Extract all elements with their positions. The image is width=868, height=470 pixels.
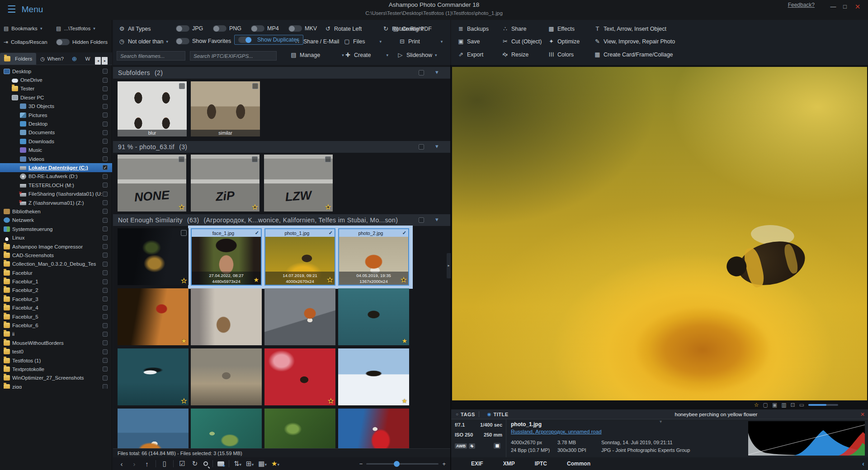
sort-button[interactable]: ⇅▾ (234, 460, 241, 468)
backups-button[interactable]: ≣Backups (458, 25, 489, 32)
tree-item-checkbox[interactable] (103, 235, 108, 240)
favorite-star-icon[interactable]: ☆ (754, 402, 759, 408)
tabs-scroll-left[interactable]: ◂ (95, 57, 101, 65)
tree-item-checkbox[interactable] (103, 86, 108, 91)
tree-item[interactable]: Z (\\ashsrvwuma01) (Z:) (0, 198, 112, 207)
tab-when[interactable]: ◷ When? (36, 53, 67, 65)
create-button[interactable]: ✚Create▾ (344, 52, 388, 58)
tree-item[interactable]: TESTERLOCH (M:) (0, 181, 112, 189)
thumb-checkbox[interactable] (179, 83, 185, 89)
show-favorites-switch[interactable] (176, 38, 189, 44)
search-filenames-input[interactable] (117, 51, 185, 61)
tree-item[interactable]: Downloads (0, 137, 112, 146)
tree-item[interactable]: Faceblur_6 (0, 321, 112, 329)
tree-item[interactable]: Netzwerk (0, 216, 112, 225)
tree-item-checkbox[interactable] (103, 95, 108, 100)
photo-thumb[interactable]: ★ (264, 348, 335, 405)
tree-item[interactable]: Faceblur_5 (0, 312, 112, 321)
zoom-knob[interactable] (394, 461, 400, 467)
all-types-button[interactable]: ⚙ All Types ▾ (118, 25, 179, 32)
photo-thumb[interactable]: ★ (118, 228, 189, 285)
tree-item[interactable]: Systemsteuerung (0, 225, 112, 233)
tree-item[interactable]: WinOptimizer_27_Screenshots (0, 374, 112, 382)
tree-item[interactable]: Testfotos (1) (0, 356, 112, 365)
title-label[interactable]: TITLE (494, 412, 509, 417)
section-collapse-chevron[interactable]: ▾ (435, 69, 439, 75)
tree-item-checkbox[interactable] (103, 69, 108, 74)
print-button[interactable]: ⊟Print▾ (399, 38, 443, 45)
view-improve-repair-photo-button[interactable]: ✎View, Improve, Repair Photo (594, 38, 675, 45)
photo-thumb[interactable] (191, 348, 262, 405)
section-checkbox[interactable] (419, 144, 424, 150)
tree-item-checkbox[interactable] (103, 332, 108, 337)
favorite-star-icon[interactable]: ★ (253, 277, 259, 283)
thumbnail-zoom-slider[interactable]: − + (359, 461, 446, 467)
favorite-star-icon[interactable]: ★ (328, 397, 334, 404)
tree-item[interactable]: Faceblur_2 (0, 286, 112, 295)
slideshow-button[interactable]: ▷Slideshow▾ (397, 52, 437, 58)
grid-view-button[interactable]: ⊞▾ (246, 460, 254, 468)
location-link[interactable]: Russland, Агрогородок, unnamed road (511, 429, 750, 434)
favorite-star-icon[interactable]: ★ (181, 337, 187, 344)
save-button[interactable]: ▣Save (458, 38, 480, 45)
show-favorites-toggle[interactable]: Show Favorites (176, 38, 231, 44)
photo-thumb[interactable]: ★ (338, 348, 409, 405)
tree-item[interactable]: test0 (0, 348, 112, 356)
hidden-folders-switch[interactable] (56, 39, 70, 45)
tree-item-checkbox[interactable] (103, 192, 108, 197)
tree-item-checkbox[interactable] (103, 262, 108, 267)
tree-item-checkbox[interactable] (103, 349, 108, 354)
up-button[interactable]: ↑ (143, 460, 151, 468)
photo-thumb-selected[interactable]: photo_2.jpg✓04.05.2019, 19:351367x2000x2… (338, 228, 409, 286)
optimize-button[interactable]: ✦Optimize (548, 38, 580, 45)
tree-item-checkbox[interactable] (103, 156, 108, 161)
tree-item[interactable]: Linux (0, 233, 112, 242)
tree-item[interactable]: BD-RE-Laufwerk (D:) (0, 172, 112, 181)
photo-thumb[interactable]: ★ (118, 348, 189, 405)
tree-item[interactable]: Faceblur_3 (0, 295, 112, 303)
tags-radio[interactable]: ○ (456, 412, 458, 417)
tree-item-checkbox[interactable] (103, 218, 108, 223)
refresh-button[interactable]: ↻ (191, 460, 199, 468)
tree-item[interactable]: Faceblur_1 (0, 277, 112, 286)
tree-item-checkbox[interactable] (103, 200, 108, 205)
tab-cut[interactable]: W (81, 53, 94, 65)
tree-item[interactable]: 3D Objects (0, 102, 112, 111)
subfolder-thumb[interactable]: blur (118, 81, 187, 136)
tree-item[interactable]: MouseWithoutBorders (0, 338, 112, 347)
tree-item[interactable]: Videos (0, 155, 112, 163)
collapse-rescan-button[interactable]: ⇥ Collaps/Rescan (4, 39, 47, 45)
tree-item-checkbox[interactable] (103, 306, 108, 310)
jpg-switch[interactable] (176, 25, 189, 32)
tab-folders[interactable]: Folders (0, 53, 36, 65)
tree-item-checkbox[interactable] (103, 279, 108, 284)
zoom-track[interactable] (366, 463, 439, 465)
tree-item[interactable]: Collection_Man_0.3.2.0_Debug_Tes (0, 260, 112, 268)
resize-button[interactable]: ⇄Resize (502, 51, 528, 58)
fullscreen-icon[interactable]: ⊡ (791, 402, 795, 408)
create-card-frame-collage-button[interactable]: ▦Create Card/Frame/Collage (594, 51, 673, 58)
close-button[interactable]: ✕ (853, 2, 863, 11)
tree-item[interactable]: Lokaler Datenträger (C:)✓ (0, 163, 112, 172)
show-duplicates-toggle[interactable]: Show Duplicates (234, 35, 303, 45)
tiff-thumb[interactable]: ZiP★ (191, 155, 259, 212)
search-iptc-input[interactable] (190, 51, 277, 61)
tree-item-checkbox[interactable] (103, 130, 108, 135)
tree-item-checkbox[interactable] (103, 270, 108, 275)
section-similarity[interactable]: Not Enough Similarity (63) (Агрогородок,… (113, 214, 450, 226)
photo-thumb-selected[interactable]: face_1.jpg✓27.04.2022, 08:274480x5973x24… (191, 228, 262, 286)
search-icon[interactable] (203, 461, 208, 466)
section-duplicates[interactable]: 91 % - photo_63.tif (3) ▾ (113, 141, 450, 153)
tabs-scroll-right[interactable]: ▸ (102, 57, 108, 65)
photo-thumb[interactable]: ★ (118, 288, 189, 345)
favorite-star-icon[interactable]: ★ (181, 397, 187, 404)
preview-zoom-slider[interactable] (808, 404, 838, 406)
thumb-checkbox[interactable] (325, 156, 331, 162)
tree-item[interactable]: Desktop (0, 119, 112, 128)
subfolder-thumb[interactable]: similar (191, 81, 260, 136)
tree-item[interactable]: Dieser PC (0, 93, 112, 102)
tree-item-checkbox[interactable] (103, 78, 108, 83)
tree-item-checkbox[interactable] (103, 139, 108, 144)
photo-thumb[interactable]: ★ (338, 288, 409, 345)
tab-xmp[interactable]: XMP (503, 461, 515, 467)
